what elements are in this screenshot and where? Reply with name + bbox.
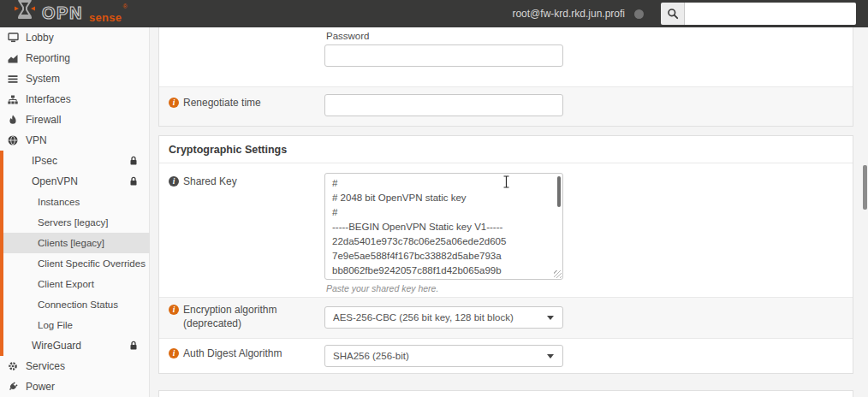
opn-logo-text: OPN [41,3,89,23]
shared-key-label: Shared Key [183,175,237,188]
registered-mark: ® [122,3,127,10]
hourglass-logo-icon [14,0,36,23]
logged-in-user: root@fw-krd.rkd.jun.profi [512,8,625,20]
renegotiate-time-input[interactable] [324,94,563,116]
shared-key-textarea[interactable]: # # 2048 bit OpenVPN static key # -----B… [324,173,563,280]
textarea-resize-handle[interactable] [554,270,562,278]
password-row: Password [159,27,853,87]
plug-icon [7,382,19,392]
sidebar-item-system[interactable]: System [0,68,149,89]
main-content: Password i Renegotiate time Cryptographi… [151,27,868,397]
sitemap-icon [7,94,19,104]
auth-digest-row: i Auth Digest Algorithm SHA256 (256-bit) [159,339,853,373]
sidebar-item-instances[interactable]: Instances [3,192,150,212]
global-search [661,3,856,25]
renegotiate-time-label: Renegotiate time [183,96,261,110]
encryption-algorithm-select[interactable]: AES-256-CBC (256 bit key, 128 bit block) [324,306,563,329]
gear-icon [7,361,19,371]
renegotiate-time-row: i Renegotiate time [159,87,853,126]
auth-digest-label: Auth Digest Algorithm [183,347,282,360]
sidebar-item-openvpn[interactable]: OpenVPN [3,171,150,192]
fire-icon [7,115,19,125]
lock-icon [128,341,139,353]
sidebar-item-wireguard[interactable]: WireGuard [3,335,150,356]
search-icon [661,3,685,25]
info-icon[interactable]: i [169,348,179,358]
sidebar-item-firewall[interactable]: Firewall [0,110,149,130]
status-dot-icon [634,9,644,19]
sidebar-item-services[interactable]: Services [0,356,149,376]
section-heading: Cryptographic Settings [159,136,853,163]
shared-key-hint: Paste your shared key here. [326,283,438,293]
info-icon[interactable]: i [169,305,179,315]
sidebar-item-client-export[interactable]: Client Export [3,274,150,294]
encryption-algorithm-label-2: (deprecated) [169,317,276,330]
sidebar-item-client-specific-overrides[interactable]: Client Specific Overrides [3,253,150,274]
global-search-input[interactable] [685,3,856,25]
area-chart-icon [7,53,19,63]
top-header: OPN sense ® root@fw-krd.rkd.jun.profi [0,0,868,27]
svg-text:OPN: OPN [42,3,83,22]
auth-digest-select[interactable]: SHA256 (256-bit) [324,345,563,367]
shared-key-row: i Shared Key # # 2048 bit OpenVPN static… [159,163,853,298]
desktop-icon [7,33,19,43]
sidebar-item-clients-legacy[interactable]: Clients [legacy] [3,233,150,253]
lock-icon [128,176,139,189]
globe-icon [7,135,19,145]
lock-icon [128,156,139,169]
sidebar-item-power[interactable]: Power [0,376,149,397]
sidebar-item-reporting[interactable]: Reporting [0,48,149,68]
info-icon[interactable]: i [169,98,179,108]
sidebar-item-lobby[interactable]: Lobby [0,27,149,48]
sidebar-item-vpn[interactable]: VPN [0,130,149,151]
textarea-scrollbar[interactable] [557,176,561,207]
text-cursor-icon [502,175,510,192]
encryption-algorithm-label: Encryption algorithm [183,303,276,317]
sidebar-item-servers-legacy[interactable]: Servers [legacy] [3,212,150,233]
chevron-down-icon [547,316,554,320]
encryption-algorithm-row: i Encryption algorithm (deprecated) AES-… [159,298,853,339]
cryptographic-settings-panel: Cryptographic Settings i Shared Key # # … [158,135,853,374]
form-panel-upper: Password i Renegotiate time [158,27,853,127]
sidebar-item-connection-status[interactable]: Connection Status [3,294,150,315]
password-label: Password [326,31,370,41]
sense-logo-text: sense [89,12,122,23]
opnsense-logo[interactable]: OPN sense ® [14,2,128,26]
info-icon[interactable]: i [169,176,179,187]
page-scrollbar[interactable] [863,165,867,210]
next-section-panel [158,390,853,397]
sidebar-item-interfaces[interactable]: Interfaces [0,89,149,110]
sidebar-item-ipsec[interactable]: IPsec [3,151,150,171]
chevron-down-icon [547,354,554,358]
list-icon [7,74,19,84]
password-input[interactable] [324,44,563,67]
sidebar-nav: Lobby Reporting System Interfaces Firewa… [0,27,150,397]
sidebar-item-log-file[interactable]: Log File [3,315,150,335]
